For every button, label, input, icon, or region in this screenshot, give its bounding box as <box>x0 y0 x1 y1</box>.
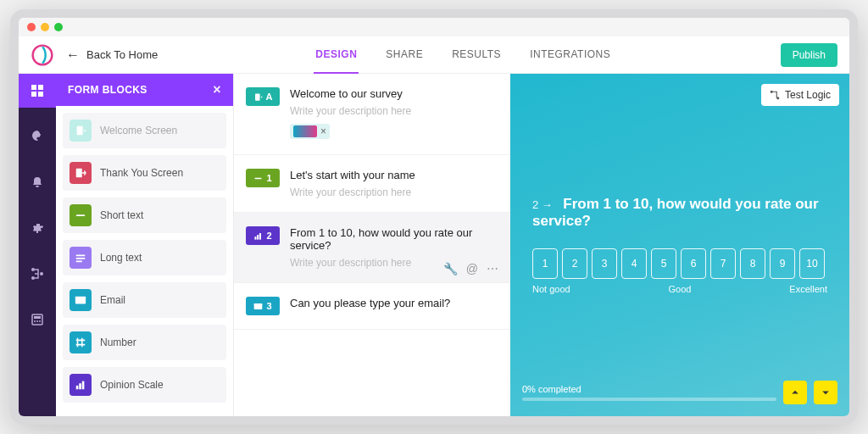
question-title[interactable]: Can you please type your email? <box>290 297 495 309</box>
door-icon <box>70 120 92 142</box>
block-label: Email <box>100 294 125 306</box>
block-label: Number <box>100 337 136 348</box>
form-blocks-header: FORM BLOCKS × <box>56 74 233 106</box>
svg-point-14 <box>36 320 38 322</box>
app-logo <box>31 43 54 67</box>
svg-rect-4 <box>38 92 43 97</box>
question-card[interactable]: 1Let's start with your nameWrite your de… <box>234 155 510 213</box>
svg-rect-23 <box>76 386 79 389</box>
question-title[interactable]: Welcome to our survey <box>290 87 495 100</box>
scale-option-6[interactable]: 6 <box>681 248 706 279</box>
block-email[interactable]: Email <box>63 282 226 318</box>
block-thank-you-screen[interactable]: Thank You Screen <box>63 155 226 191</box>
tab-share[interactable]: SHARE <box>384 36 425 74</box>
question-desc-placeholder[interactable]: Write your description here <box>290 105 495 117</box>
mail-icon <box>70 289 92 311</box>
publish-button[interactable]: Publish <box>781 43 837 67</box>
block-label: Short text <box>100 209 143 221</box>
preview-question: 2 → From 1 to 10, how would you rate our… <box>522 196 837 230</box>
dash-icon <box>70 204 92 226</box>
progress-wrap: 0% completed <box>522 381 837 404</box>
block-welcome-screen[interactable]: Welcome Screen <box>63 113 226 148</box>
close-icon[interactable]: × <box>213 82 221 97</box>
svg-rect-2 <box>38 85 43 90</box>
svg-rect-24 <box>79 383 81 389</box>
question-desc-placeholder[interactable]: Write your description here <box>290 186 495 198</box>
scale-option-1[interactable]: 1 <box>532 248 558 279</box>
scale-option-4[interactable]: 4 <box>621 248 647 279</box>
tab-integrations[interactable]: INTEGRATIONS <box>528 36 612 74</box>
block-opinion-scale[interactable]: Opinion Scale <box>63 367 226 403</box>
minimize-window-icon[interactable] <box>41 23 49 31</box>
back-to-home-link[interactable]: ← Back To Home <box>66 47 158 63</box>
scale-option-2[interactable]: 2 <box>562 248 587 279</box>
bars-icon <box>70 374 92 396</box>
scale-option-10[interactable]: 10 <box>799 248 825 279</box>
scale-option-5[interactable]: 5 <box>651 248 676 279</box>
block-long-text[interactable]: Long text <box>63 240 226 275</box>
test-logic-button[interactable]: Test Logic <box>761 84 839 106</box>
question-tag: A <box>246 87 280 106</box>
block-label: Long text <box>100 252 142 264</box>
scale-option-9[interactable]: 9 <box>770 248 795 279</box>
rail-calculate[interactable] <box>19 303 56 337</box>
svg-rect-1 <box>31 85 36 90</box>
next-button[interactable] <box>814 381 837 404</box>
question-card[interactable]: 2From 1 to 10, how would you rate our se… <box>234 213 510 283</box>
question-card[interactable]: 3Can you please type your email? <box>234 283 510 330</box>
svg-rect-31 <box>254 303 263 309</box>
svg-rect-11 <box>32 314 42 325</box>
prev-button[interactable] <box>783 381 807 404</box>
block-short-text[interactable]: Short text <box>63 198 226 233</box>
door-out-icon <box>70 162 92 184</box>
svg-rect-26 <box>255 93 260 100</box>
progress: 0% completed <box>522 384 776 401</box>
back-label: Back To Home <box>86 48 158 61</box>
scale-option-8[interactable]: 8 <box>740 248 765 279</box>
svg-rect-17 <box>76 169 82 178</box>
svg-rect-16 <box>77 126 83 136</box>
topbar: ← Back To Home DESIGNSHARERESULTSINTEGRA… <box>19 36 849 74</box>
rail-blocks[interactable] <box>19 74 56 108</box>
svg-point-10 <box>31 276 35 280</box>
question-card[interactable]: AWelcome to our surveyWrite your descrip… <box>234 74 510 155</box>
image-thumb-icon <box>293 125 317 137</box>
question-title[interactable]: Let's start with your name <box>290 169 495 181</box>
scale-option-3[interactable]: 3 <box>592 248 617 279</box>
wrench-icon[interactable]: 🔧 <box>443 262 458 275</box>
svg-point-32 <box>771 91 773 93</box>
tab-results[interactable]: RESULTS <box>450 36 503 74</box>
test-logic-label: Test Logic <box>785 89 831 101</box>
close-window-icon[interactable] <box>27 23 36 31</box>
scale-label-low: Not good <box>532 284 570 294</box>
block-label: Welcome Screen <box>100 125 177 136</box>
scale-option-7[interactable]: 7 <box>710 248 736 279</box>
lines-icon <box>70 247 92 269</box>
question-tools: 🔧@⋯ <box>443 262 498 275</box>
at-icon[interactable]: @ <box>466 262 478 275</box>
remove-image-icon[interactable]: × <box>320 125 326 137</box>
question-title[interactable]: From 1 to 10, how would you rate our ser… <box>290 226 495 252</box>
rail-notifications[interactable] <box>19 165 56 199</box>
tab-design[interactable]: DESIGN <box>314 36 359 74</box>
block-number[interactable]: Number <box>63 325 226 360</box>
rail-logic[interactable] <box>19 257 56 291</box>
svg-rect-3 <box>31 92 36 97</box>
svg-rect-30 <box>259 233 261 240</box>
opinion-scale: 12345678910 <box>522 248 837 279</box>
question-editor: AWelcome to our surveyWrite your descrip… <box>234 74 510 416</box>
svg-rect-27 <box>255 177 262 178</box>
arrow-left-icon: ← <box>66 47 80 63</box>
rail-theme[interactable] <box>19 120 56 153</box>
question-tag: 2 <box>246 226 280 245</box>
block-label: Opinion Scale <box>100 379 164 391</box>
maximize-window-icon[interactable] <box>54 23 63 31</box>
more-icon[interactable]: ⋯ <box>487 262 498 275</box>
preview-question-number: 2 → <box>532 198 553 211</box>
svg-rect-19 <box>76 255 86 257</box>
block-label: Thank You Screen <box>100 167 183 179</box>
rail-settings[interactable] <box>19 211 56 245</box>
question-tag: 1 <box>246 169 280 187</box>
svg-point-5 <box>34 134 36 136</box>
svg-point-13 <box>34 320 36 322</box>
